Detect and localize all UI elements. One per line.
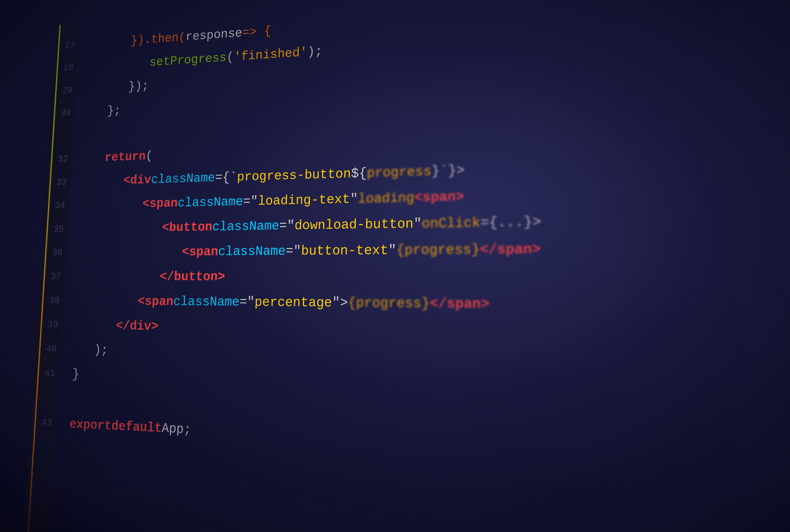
token: onClick — [422, 215, 481, 231]
token: progress — [366, 164, 431, 180]
token: <span — [182, 244, 219, 259]
token: loading-text — [258, 191, 350, 209]
token: ( — [226, 50, 234, 64]
token: className — [151, 170, 215, 187]
token: progress-button — [237, 166, 351, 184]
token: ={` — [215, 170, 237, 185]
token: App — [161, 420, 184, 437]
line-number-33: 33 — [44, 170, 71, 194]
token: }); — [128, 79, 149, 94]
line-number-43: 43 — [29, 410, 57, 436]
token: "> — [332, 295, 348, 310]
line-number-39: 39 — [35, 312, 63, 337]
line-number-42 — [31, 385, 58, 411]
line-number-27: 27 — [53, 34, 79, 58]
line-number-35: 35 — [41, 217, 69, 241]
token: =" — [285, 243, 301, 259]
token: } — [72, 367, 80, 382]
line-number-31 — [47, 124, 74, 148]
token: setProgress — [149, 50, 227, 69]
screen: 27 28 29 30 32 33 34 35 36 37 38 39 40 4… — [0, 0, 790, 532]
token: <button — [162, 220, 212, 235]
line-number-41: 41 — [32, 361, 60, 386]
line-number-34: 34 — [42, 194, 70, 218]
token: ( — [146, 149, 153, 163]
token: 'finished' — [233, 45, 307, 64]
token: ; — [183, 422, 191, 437]
token: </span> — [430, 296, 489, 312]
token: =" — [239, 294, 255, 310]
token: response — [185, 26, 242, 44]
token: {progress} — [348, 295, 430, 311]
token: " — [414, 216, 422, 231]
line-number-30: 30 — [48, 101, 75, 125]
token: button-text — [301, 243, 389, 259]
token: </button> — [159, 269, 225, 284]
line-number-32: 32 — [45, 147, 73, 171]
token: return — [104, 149, 146, 164]
token: ); — [94, 343, 108, 358]
token: }).then( — [130, 30, 186, 48]
token: export — [69, 416, 112, 433]
token: </div> — [115, 318, 158, 334]
token: }; — [107, 103, 121, 118]
token: <span — [142, 196, 178, 211]
token: " — [388, 243, 396, 258]
line-number-37: 37 — [38, 265, 65, 289]
token: ${ — [351, 166, 367, 181]
code-container: 27 28 29 30 32 33 34 35 36 37 38 39 40 4… — [22, 0, 790, 532]
line-number-38: 38 — [37, 288, 64, 313]
token: {progress} — [396, 242, 480, 258]
line-number-40: 40 — [34, 337, 61, 361]
token: className — [173, 294, 240, 309]
code-line-37: </button> — [77, 262, 790, 292]
token: loading — [358, 190, 414, 207]
token: <span> — [414, 189, 464, 206]
token: =" — [243, 194, 258, 209]
token: className — [218, 244, 286, 259]
line-number-29: 29 — [50, 79, 77, 102]
token: percentage — [254, 294, 332, 310]
line-number-28: 28 — [51, 56, 78, 80]
code-area: }).then(response => { setProgress('finis… — [49, 0, 790, 532]
token: default — [111, 418, 162, 436]
token: <span — [137, 294, 174, 309]
token: => { — [242, 24, 271, 40]
token: </span> — [480, 241, 541, 258]
token: }`}> — [431, 163, 465, 179]
line-number-36: 36 — [39, 241, 67, 265]
token: className — [212, 218, 280, 234]
token: ); — [307, 44, 323, 59]
token: <div — [123, 173, 151, 188]
token: ={...}> — [481, 214, 541, 231]
token: className — [177, 194, 243, 210]
token: =" — [279, 218, 295, 233]
token: " — [350, 191, 358, 207]
token: download-button — [295, 216, 414, 233]
